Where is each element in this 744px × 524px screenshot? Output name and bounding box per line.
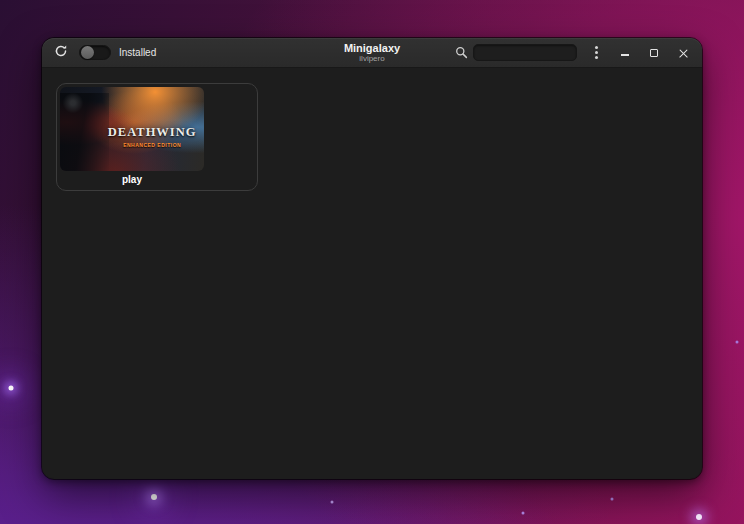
search-input[interactable] <box>473 44 577 61</box>
library-content-area: DEATHWING ENHANCED EDITION play <box>42 68 702 478</box>
game-action-label[interactable]: play <box>60 174 204 185</box>
minigalaxy-window: Installed Minigalaxy ilvipero <box>42 38 702 479</box>
header-bar: Installed Minigalaxy ilvipero <box>42 38 702 68</box>
game-cover-image[interactable]: DEATHWING ENHANCED EDITION <box>60 87 204 171</box>
background-star-glows <box>0 0 2 2</box>
header-right-controls <box>455 43 693 63</box>
refresh-button[interactable] <box>51 43 71 63</box>
menu-button[interactable] <box>586 43 606 63</box>
kebab-menu-icon <box>595 51 598 54</box>
close-icon <box>679 48 688 57</box>
search-icon <box>455 46 468 59</box>
window-title: Minigalaxy <box>344 42 400 54</box>
cover-subtitle-text: ENHANCED EDITION <box>103 142 201 148</box>
cover-title-text: DEATHWING <box>103 125 201 140</box>
header-left-controls: Installed <box>51 43 156 63</box>
window-subtitle: ilvipero <box>359 54 384 63</box>
installed-toggle[interactable] <box>79 45 111 60</box>
minimize-button[interactable] <box>615 43 635 63</box>
close-button[interactable] <box>673 43 693 63</box>
maximize-button[interactable] <box>644 43 664 63</box>
installed-toggle-knob <box>81 46 94 59</box>
refresh-icon <box>54 44 68 61</box>
game-tile[interactable]: DEATHWING ENHANCED EDITION play <box>56 83 258 191</box>
minimize-icon <box>621 49 629 57</box>
maximize-icon <box>650 49 658 57</box>
installed-toggle-label: Installed <box>119 47 156 58</box>
